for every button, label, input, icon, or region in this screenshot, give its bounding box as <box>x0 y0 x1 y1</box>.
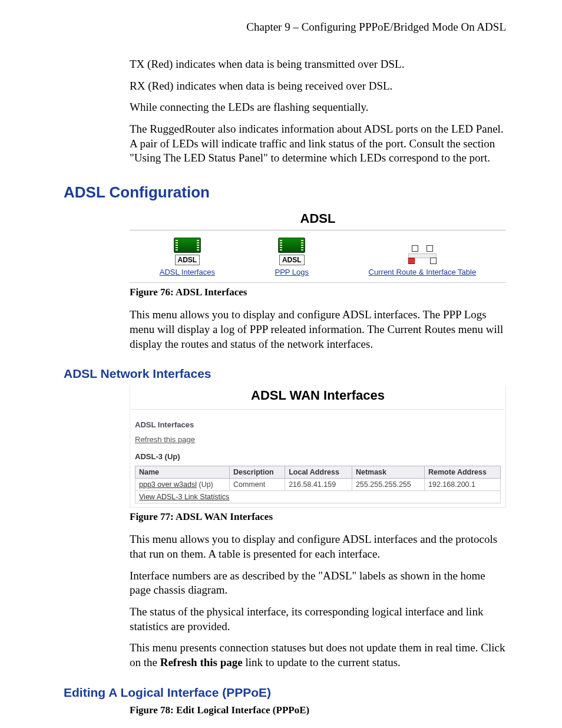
adsl-interfaces-link[interactable]: ADSL Interfaces <box>160 268 215 276</box>
view-link-statistics-link[interactable]: View ADSL-3 Link Statistics <box>139 493 229 501</box>
section2-p3: The status of the physical interface, it… <box>130 605 506 634</box>
figure-76-caption: Figure 76: ADSL Interfaces <box>130 286 506 298</box>
section2-p2: Interface numbers are as described by th… <box>130 569 506 598</box>
intro-p1: TX (Red) indicates when data is being tr… <box>130 57 506 72</box>
section2-body: This menu allows you to display and conf… <box>130 532 506 670</box>
cell-remote: 192.168.200.1 <box>425 479 501 491</box>
panel-title-wan: ADSL WAN Interfaces <box>131 386 504 410</box>
col-local: Local Address <box>285 466 352 479</box>
heading-adsl-configuration: ADSL Configuration <box>64 183 506 202</box>
adsl-badge-icon: ADSL <box>279 255 305 265</box>
section1-body: This menu allows you to display and conf… <box>130 308 506 351</box>
section2-p4: This menu presents connection statuses b… <box>130 641 506 670</box>
route-table-item[interactable]: Current Route & Interface Table <box>369 245 477 276</box>
refresh-bold-text: Refresh this page <box>160 656 243 668</box>
adsl-badge-icon: ADSL <box>175 255 200 265</box>
intro-p3: While connecting the LEDs are flashing s… <box>130 100 506 115</box>
col-remote: Remote Address <box>425 466 501 479</box>
col-netmask: Netmask <box>352 466 424 479</box>
group-title-adsl-interfaces: ADSL Interfaces <box>135 420 501 429</box>
ppp-logs-item[interactable]: ADSL PPP Logs <box>275 238 309 276</box>
adsl-interfaces-item[interactable]: ADSL ADSL Interfaces <box>160 238 215 276</box>
figure-77-caption: Figure 77: ADSL WAN Interfaces <box>130 511 506 523</box>
intro-p2: RX (Red) indicates when data is being re… <box>130 79 506 94</box>
interface-status: (Up) <box>199 480 213 489</box>
col-description: Description <box>229 466 285 479</box>
cell-description: Comment <box>229 479 285 491</box>
intro-block: TX (Red) indicates when data is being tr… <box>130 57 506 166</box>
col-name: Name <box>135 466 230 479</box>
heading-editing-logical-interface: Editing A Logical Interface (PPPoE) <box>64 686 506 700</box>
table-row: View ADSL-3 Link Statistics <box>135 491 501 503</box>
chip-icon <box>278 238 305 253</box>
refresh-page-link[interactable]: Refresh this page <box>135 435 195 444</box>
intro-p4: The RuggedRouter also indicates informat… <box>130 122 506 166</box>
figure-77-panel: ADSL WAN Interfaces ADSL Interfaces Refr… <box>130 386 506 508</box>
section2-p1: This menu allows you to display and conf… <box>130 532 506 561</box>
interface-table: Name Description Local Address Netmask R… <box>135 466 501 503</box>
cell-local: 216.58.41.159 <box>285 479 352 491</box>
interface-label: ADSL-3 (Up) <box>135 452 501 461</box>
text-span: link to update to the current status. <box>243 656 401 668</box>
figure-76-panel: ADSL ADSL ADSL Interfaces ADSL PPP Logs … <box>130 209 506 283</box>
interface-name-link[interactable]: ppp3 over w3adsl <box>139 480 197 489</box>
cell-name: ppp3 over w3adsl (Up) <box>135 479 230 491</box>
route-table-link[interactable]: Current Route & Interface Table <box>369 268 477 276</box>
panel-title-adsl: ADSL <box>130 209 506 230</box>
cell-stats-link: View ADSL-3 Link Statistics <box>135 491 501 503</box>
section1-p: This menu allows you to display and conf… <box>130 308 506 351</box>
ppp-logs-link[interactable]: PPP Logs <box>275 268 309 276</box>
chip-icon <box>174 238 201 253</box>
table-header-row: Name Description Local Address Netmask R… <box>135 466 501 479</box>
figure-78-caption: Figure 78: Edit Logical Interface (PPPoE… <box>130 704 506 716</box>
table-row: ppp3 over w3adsl (Up) Comment 216.58.41.… <box>135 479 501 491</box>
route-icon <box>408 245 437 264</box>
heading-adsl-network-interfaces: ADSL Network Interfaces <box>64 367 506 381</box>
chapter-header: Chapter 9 – Configuring PPPoE/Bridged Mo… <box>64 21 506 34</box>
cell-netmask: 255.255.255.255 <box>352 479 424 491</box>
